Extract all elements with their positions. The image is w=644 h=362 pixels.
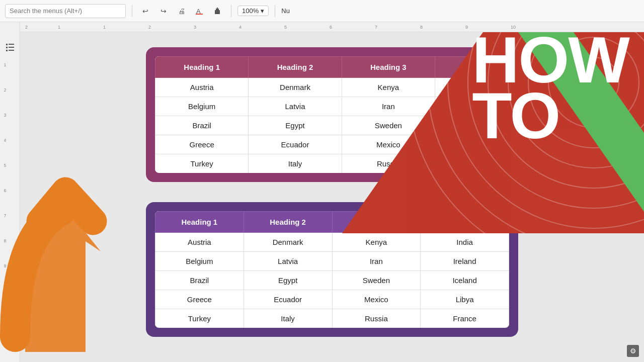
table2-r5-c3: Russia bbox=[332, 309, 421, 328]
table2-r2-c4: Ireland bbox=[421, 252, 509, 271]
table-row: Turkey Italy Russia France bbox=[155, 309, 509, 328]
table1-r5-c1: Turkey bbox=[155, 154, 249, 173]
ruler-h-4: 4 bbox=[239, 25, 262, 30]
ruler-v-9: 9 bbox=[1, 263, 9, 289]
table2-r1-c2: Denmark bbox=[244, 233, 332, 252]
ruler-h-8: 8 bbox=[420, 25, 443, 30]
table2-r2-c1: Belgium bbox=[155, 252, 244, 271]
table2-r1-c4: India bbox=[421, 233, 509, 252]
ruler-h-10: 10 bbox=[511, 25, 533, 30]
toolbar-divider-3 bbox=[275, 5, 275, 17]
table2-r4-c4: Libya bbox=[421, 290, 509, 309]
table2-r3-c2: Egypt bbox=[244, 271, 332, 290]
table1-r2-c3: Iran bbox=[342, 97, 435, 116]
redo-button[interactable]: ↪ bbox=[156, 4, 171, 18]
table1-header-1: Heading 1 bbox=[155, 57, 249, 78]
ruler-v-2: 2 bbox=[1, 87, 9, 113]
undo-button[interactable]: ↩ bbox=[138, 4, 152, 18]
table2-r4-c2: Ecuador bbox=[244, 290, 332, 309]
svg-rect-9 bbox=[6, 50, 8, 51]
toolbar-divider-2 bbox=[231, 5, 231, 17]
ruler-h-3: 3 bbox=[194, 25, 216, 30]
table1-header-3: Heading 3 bbox=[342, 57, 435, 78]
ruler-v-1: 1 bbox=[1, 62, 9, 87]
ruler-h-9: 9 bbox=[465, 25, 488, 30]
sidebar-list-icon[interactable] bbox=[5, 42, 15, 54]
table2-header-2: Heading 2 bbox=[244, 212, 332, 233]
svg-point-16 bbox=[468, 32, 644, 208]
v-ruler: 1 2 3 4 5 6 7 8 9 10 11 12 13 14 bbox=[1, 62, 9, 362]
table2-r3-c3: Sweden bbox=[332, 271, 421, 290]
toolbar-divider-1 bbox=[132, 5, 132, 17]
left-sidebar: 1 2 3 4 5 6 7 8 9 10 11 12 13 14 bbox=[0, 22, 20, 362]
svg-rect-6 bbox=[9, 44, 14, 45]
print-button[interactable]: 🖨 bbox=[175, 4, 189, 18]
table2-r1-c1: Austria bbox=[155, 233, 244, 252]
table2-r5-c2: Italy bbox=[244, 309, 332, 328]
svg-point-13 bbox=[528, 32, 644, 148]
table1-r3-c1: Brazil bbox=[155, 116, 249, 135]
ruler-h-5: 5 bbox=[284, 25, 307, 30]
svg-rect-5 bbox=[6, 44, 8, 45]
search-input[interactable] bbox=[5, 4, 126, 18]
svg-point-15 bbox=[488, 32, 644, 188]
svg-point-12 bbox=[548, 37, 639, 128]
table2-r4-c1: Greece bbox=[155, 290, 244, 309]
ruler-v-7: 7 bbox=[1, 213, 9, 238]
table2-r2-c2: Latvia bbox=[244, 252, 332, 271]
nu-label: Nu bbox=[281, 7, 290, 15]
table2-header-1: Heading 1 bbox=[155, 212, 244, 233]
ruler-v-12: 12 bbox=[1, 339, 9, 362]
ruler-h-2: 2 bbox=[25, 25, 35, 30]
table2-r3-c4: Iceland bbox=[421, 271, 509, 290]
top-ruler: 2 1 1 2 3 4 5 6 7 8 9 10 bbox=[20, 22, 644, 32]
bucket-button[interactable] bbox=[211, 4, 225, 18]
table1-r3-c2: Egypt bbox=[249, 116, 342, 135]
table2-r3-c1: Brazil bbox=[155, 271, 244, 290]
table1-header-2: Heading 2 bbox=[249, 57, 342, 78]
table2-r2-c3: Iran bbox=[332, 252, 421, 271]
ruler-h-7: 7 bbox=[375, 25, 397, 30]
ruler-h-6: 6 bbox=[330, 25, 352, 30]
svg-rect-7 bbox=[6, 47, 8, 48]
table1-r2-c2: Latvia bbox=[249, 97, 342, 116]
settings-button[interactable]: ⚙ bbox=[627, 345, 639, 357]
table-row: Greece Ecuador Mexico Libya bbox=[155, 290, 509, 309]
table1-r1-c1: Austria bbox=[155, 78, 249, 97]
table2-r4-c3: Mexico bbox=[332, 290, 421, 309]
ruler-v-6: 6 bbox=[1, 188, 9, 213]
svg-rect-8 bbox=[9, 47, 14, 48]
ruler-h-2b: 2 bbox=[148, 25, 171, 30]
ruler-v-11: 11 bbox=[1, 314, 9, 339]
table1-r1-c3: Kenya bbox=[342, 78, 435, 97]
table2-r5-c4: France bbox=[421, 309, 509, 328]
svg-rect-10 bbox=[9, 50, 14, 51]
ruler-v-5: 5 bbox=[1, 163, 9, 188]
table1-r4-c1: Greece bbox=[155, 135, 249, 154]
svg-point-11 bbox=[569, 57, 619, 108]
ruler-v-4: 4 bbox=[1, 138, 9, 163]
table1-r5-c2: Italy bbox=[249, 154, 342, 173]
format-paint-button[interactable]: A bbox=[193, 4, 207, 18]
zoom-control[interactable]: 100% ▾ bbox=[237, 6, 269, 16]
table2-r5-c1: Turkey bbox=[155, 309, 244, 328]
table-row: Belgium Latvia Iran Ireland bbox=[155, 252, 509, 271]
table1-r1-c2: Denmark bbox=[249, 78, 342, 97]
toolbar: ↩ ↪ 🖨 A 100% ▾ Nu bbox=[0, 0, 644, 22]
ruler-h-1a: 1 bbox=[58, 25, 80, 30]
svg-rect-4 bbox=[217, 8, 218, 9]
zoom-chevron: ▾ bbox=[261, 7, 264, 15]
ruler-v-10: 10 bbox=[1, 289, 9, 314]
table-row: Austria Denmark Kenya India bbox=[155, 233, 509, 252]
ruler-v-3: 3 bbox=[1, 113, 9, 138]
ruler-v-8: 8 bbox=[1, 238, 9, 263]
zoom-value: 100% bbox=[242, 7, 259, 15]
ruler-h-1b: 1 bbox=[103, 25, 126, 30]
table1-r2-c1: Belgium bbox=[155, 97, 249, 116]
settings-icon: ⚙ bbox=[630, 347, 636, 355]
table-row: Brazil Egypt Sweden Iceland bbox=[155, 271, 509, 290]
table2-r1-c3: Kenya bbox=[332, 233, 421, 252]
svg-rect-2 bbox=[215, 10, 220, 14]
table1-r4-c2: Ecuador bbox=[249, 135, 342, 154]
